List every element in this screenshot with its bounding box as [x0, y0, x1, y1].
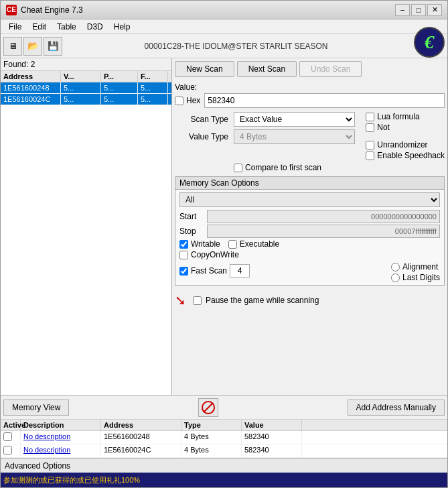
value-label: Value:: [175, 82, 445, 92]
title-bar-controls: − □ ✕: [395, 4, 442, 16]
last-digits-radio[interactable]: [391, 273, 400, 282]
compare-checkbox[interactable]: [234, 164, 242, 172]
fast-scan-input[interactable]: [230, 264, 250, 278]
row-f: 5...: [138, 94, 168, 105]
undo-scan-button[interactable]: Undo Scan: [299, 61, 362, 77]
advanced-options-bar[interactable]: Advanced Options: [1, 458, 447, 473]
not-checkbox[interactable]: [366, 123, 374, 132]
value-type-label: Value Type: [175, 132, 228, 141]
close-button[interactable]: ✕: [427, 4, 442, 16]
value-type-select[interactable]: 4 Bytes: [234, 129, 355, 144]
right-panel: New Scan Next Scan Undo Scan Value: Hex: [172, 58, 447, 395]
stop-input[interactable]: [207, 225, 440, 238]
unrandomizer-row: Unrandomizer: [366, 140, 445, 149]
no-button[interactable]: [198, 398, 218, 417]
radio-group: Alignment Last Digits: [391, 262, 440, 282]
menu-table[interactable]: Table: [52, 21, 82, 33]
menu-edit[interactable]: Edit: [27, 21, 52, 33]
row-f: 5...: [138, 82, 168, 93]
row-active-checkbox[interactable]: [3, 446, 12, 454]
svg-line-1: [204, 403, 213, 412]
executable-item: Executable: [228, 239, 279, 249]
row-type: 4 Bytes: [181, 431, 242, 444]
ticker-text: 参加测测的或已获得的或已使用礼礼100%: [3, 475, 140, 485]
alignment-radio[interactable]: [391, 263, 400, 271]
advanced-options-label: Advanced Options: [5, 461, 70, 471]
hex-checkbox[interactable]: [175, 97, 183, 105]
toolbar-btn-2[interactable]: 📂: [23, 37, 42, 56]
lower-table-header: Active Description Address Type Value: [1, 420, 447, 431]
memory-view-button[interactable]: Memory View: [3, 400, 69, 416]
mem-check-row: Writable Executable: [179, 239, 440, 249]
value-type-row: Value Type 4 Bytes: [175, 129, 355, 144]
table-row[interactable]: 1E561600248 5... 5... 5...: [1, 82, 171, 94]
unrandomizer-checkbox[interactable]: [366, 141, 374, 149]
copy-on-write-checkbox[interactable]: [179, 251, 188, 259]
title-bar: CE Cheat Engine 7.3 − □ ✕: [1, 1, 447, 19]
row-value: 582340: [242, 431, 302, 444]
alignment-row: Alignment: [391, 262, 440, 271]
bottom-toolbar: Memory View Add Address Manually: [1, 395, 447, 420]
row-p: 5...: [101, 94, 138, 105]
address-table-header: Address V... P... F...: [1, 71, 171, 82]
maximize-button[interactable]: □: [411, 4, 426, 16]
col-f: F...: [138, 71, 168, 82]
list-item[interactable]: No description 1E561600248 4 Bytes 58234…: [1, 431, 447, 444]
toolbar-btn-1[interactable]: 🖥: [3, 37, 22, 56]
row-value: 582340: [242, 444, 302, 457]
toolbar: 🖥 📂 💾 00001C28-THE IDOLM@STER STARLIT SE…: [1, 34, 447, 58]
main-content: Found: 2 Address V... P... F... 1E561600…: [1, 58, 447, 395]
writable-label: Writable: [191, 239, 220, 249]
main-window: CE Cheat Engine 7.3 − □ ✕ File Edit Tabl…: [0, 0, 448, 488]
compare-label: Compare to first scan: [245, 163, 321, 172]
hex-label: Hex: [186, 96, 200, 105]
row-description[interactable]: No description: [21, 444, 101, 457]
bottom-ticker: 参加测测的或已获得的或已使用礼礼100%: [1, 473, 447, 487]
col-description: Description: [21, 420, 101, 430]
scan-type-label: Scan Type: [175, 115, 228, 124]
copy-row: CopyOnWrite: [179, 250, 440, 259]
executable-label: Executable: [240, 239, 279, 249]
speedhack-row: Enable Speedhack: [366, 151, 445, 160]
value-section: Value: Hex: [175, 82, 445, 108]
fast-scan-checkbox[interactable]: [179, 267, 188, 276]
speedhack-label: Enable Speedhack: [377, 151, 445, 160]
speedhack-checkbox[interactable]: [366, 151, 374, 160]
memory-filter-select[interactable]: All: [179, 192, 440, 207]
pause-checkbox[interactable]: [193, 296, 202, 305]
executable-checkbox[interactable]: [228, 240, 237, 249]
compare-row: Compare to first scan: [234, 163, 445, 172]
row-address: 1E561600248: [1, 82, 61, 93]
not-label: Not: [377, 123, 390, 132]
list-item[interactable]: No description 1E56160024C 4 Bytes 58234…: [1, 444, 447, 458]
unrandomizer-label: Unrandomizer: [377, 140, 427, 149]
toolbar-btn-3[interactable]: 💾: [44, 37, 62, 56]
menu-d3d[interactable]: D3D: [82, 21, 108, 33]
menu-bar: File Edit Table D3D Help: [1, 19, 447, 34]
scan-buttons: New Scan Next Scan Undo Scan: [175, 61, 445, 77]
col-value: Value: [242, 420, 302, 430]
address-bar: 00001C28-THE IDOLM@STER STARLIT SEASON: [64, 42, 408, 51]
minimize-button[interactable]: −: [395, 4, 410, 16]
row-active: [1, 431, 21, 444]
row-type: 4 Bytes: [181, 444, 242, 457]
scan-type-select[interactable]: Exact Value: [234, 112, 355, 127]
next-scan-button[interactable]: Next Scan: [237, 61, 297, 77]
menu-file[interactable]: File: [3, 21, 27, 33]
table-row[interactable]: 1E56160024C 5... 5... 5...: [1, 94, 171, 105]
col-address: Address: [1, 71, 61, 82]
add-address-button[interactable]: Add Address Manually: [348, 400, 445, 416]
writable-checkbox[interactable]: [179, 240, 188, 249]
no-icon: [201, 400, 216, 415]
menu-help[interactable]: Help: [108, 21, 136, 33]
new-scan-button[interactable]: New Scan: [175, 61, 234, 77]
lua-formula-row: Lua formula: [366, 112, 445, 121]
row-v: 5...: [61, 82, 101, 93]
row-active-checkbox[interactable]: [3, 432, 12, 441]
row-description[interactable]: No description: [21, 431, 101, 444]
value-input[interactable]: [204, 93, 445, 108]
lua-formula-checkbox[interactable]: [366, 113, 374, 121]
copy-on-write-label: CopyOnWrite: [191, 250, 239, 259]
start-input[interactable]: [207, 210, 440, 223]
writable-item: Writable: [179, 239, 220, 249]
